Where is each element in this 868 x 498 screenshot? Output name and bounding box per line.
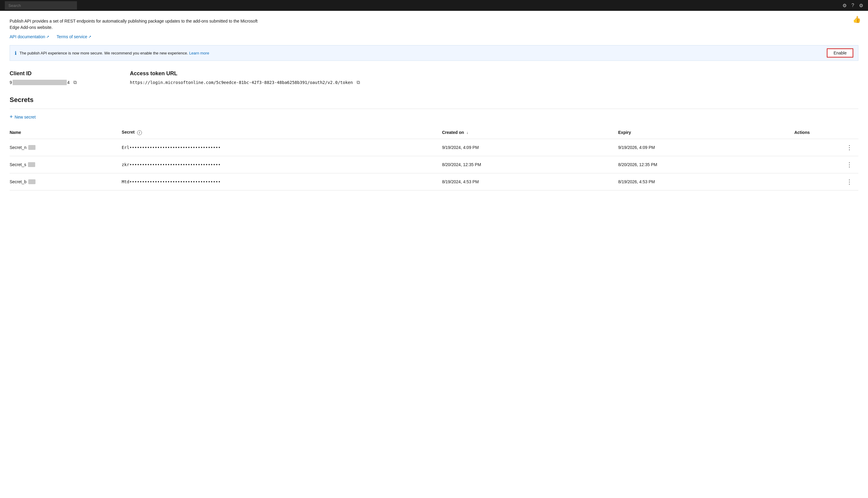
- table-header-row: Name Secret i Created on ↓ Expiry Action…: [10, 127, 858, 139]
- settings-icon[interactable]: ⚙: [842, 3, 847, 9]
- cell-actions-1: ⋮: [794, 156, 858, 173]
- client-id-suffix: 4: [67, 80, 70, 85]
- actions-menu-button-0[interactable]: ⋮: [844, 143, 855, 152]
- info-banner: ℹ The publish API experience is now more…: [10, 45, 858, 61]
- access-token-url: https://login.microsoftonline.com/5c9eed…: [130, 80, 353, 85]
- client-id-value-row: 9 4 ⧉: [10, 80, 130, 85]
- access-token-label: Access token URL: [130, 70, 858, 77]
- client-id-mask: [13, 80, 67, 85]
- plus-icon: +: [10, 114, 13, 120]
- learn-more-link[interactable]: Learn more: [189, 51, 209, 55]
- top-bar-icons: ⚙ ? ⚙: [842, 3, 863, 9]
- client-id-value: 9 4: [10, 80, 70, 85]
- secrets-title: Secrets: [10, 96, 858, 104]
- col-header-actions: Actions: [794, 127, 858, 139]
- fields-row: Client ID 9 4 ⧉ Access token URL https:/…: [10, 70, 858, 85]
- thumbs-up-icon[interactable]: 👍: [853, 16, 861, 24]
- cell-actions-2: ⋮: [794, 173, 858, 190]
- client-id-label: Client ID: [10, 70, 130, 77]
- cell-secret-2: Mtd••••••••••••••••••••••••••••••••••••: [122, 173, 442, 190]
- col-header-name: Name: [10, 127, 122, 139]
- user-settings-icon[interactable]: ⚙: [859, 3, 863, 9]
- cell-secret-0: Erl••••••••••••••••••••••••••••••••••••: [122, 139, 442, 156]
- cell-expiry-2: 8/19/2026, 4:53 PM: [618, 173, 794, 190]
- table-row: Secret_s zkr••••••••••••••••••••••••••••…: [10, 156, 858, 173]
- api-doc-external-icon: ➚: [46, 35, 49, 39]
- col-header-created-on[interactable]: Created on ↓: [442, 127, 618, 139]
- terms-external-icon: ➚: [89, 35, 91, 39]
- new-secret-button[interactable]: + New secret: [10, 114, 36, 120]
- cell-name-2: Secret_b: [10, 173, 122, 190]
- cell-secret-1: zkr••••••••••••••••••••••••••••••••••••: [122, 156, 442, 173]
- cell-name-1: Secret_s: [10, 156, 122, 173]
- name-badge-0: [28, 145, 36, 150]
- access-token-value-row: https://login.microsoftonline.com/5c9eed…: [130, 80, 858, 85]
- name-badge-2: [28, 179, 36, 184]
- api-documentation-link[interactable]: API documentation ➚: [10, 34, 49, 39]
- search-input[interactable]: [5, 1, 77, 10]
- main-content: Publish API provides a set of REST endpo…: [0, 11, 868, 198]
- secret-info-icon: i: [137, 130, 142, 135]
- cell-actions-0: ⋮: [794, 139, 858, 156]
- terms-of-service-link[interactable]: Terms of service ➚: [56, 34, 91, 39]
- cell-expiry-0: 9/19/2026, 4:09 PM: [618, 139, 794, 156]
- top-bar: ⚙ ? ⚙: [0, 0, 868, 11]
- cell-created-0: 9/19/2024, 4:09 PM: [442, 139, 618, 156]
- info-icon: ℹ: [15, 50, 16, 56]
- terms-of-service-label: Terms of service: [56, 34, 87, 39]
- banner-text: The publish API experience is now more s…: [19, 51, 824, 55]
- client-id-prefix: 9: [10, 80, 12, 85]
- cell-created-1: 8/20/2024, 12:35 PM: [442, 156, 618, 173]
- table-row: Secret_b Mtd••••••••••••••••••••••••••••…: [10, 173, 858, 190]
- actions-menu-button-1[interactable]: ⋮: [844, 160, 855, 169]
- access-token-group: Access token URL https://login.microsoft…: [130, 70, 858, 85]
- help-icon[interactable]: ?: [852, 3, 854, 8]
- actions-menu-button-2[interactable]: ⋮: [844, 178, 855, 186]
- table-row: Secret_n Erl••••••••••••••••••••••••••••…: [10, 139, 858, 156]
- enable-button[interactable]: Enable: [827, 49, 853, 57]
- description-text: Publish API provides a set of REST endpo…: [10, 18, 268, 31]
- new-secret-label: New secret: [15, 115, 36, 119]
- api-documentation-label: API documentation: [10, 34, 45, 39]
- links-row: API documentation ➚ Terms of service ➚: [10, 34, 858, 39]
- secrets-table: Name Secret i Created on ↓ Expiry Action…: [10, 127, 858, 191]
- name-badge-1: [28, 162, 35, 167]
- cell-name-0: Secret_n: [10, 139, 122, 156]
- client-id-copy-icon[interactable]: ⧉: [73, 80, 77, 85]
- cell-created-2: 8/19/2024, 4:53 PM: [442, 173, 618, 190]
- col-header-expiry: Expiry: [618, 127, 794, 139]
- client-id-group: Client ID 9 4 ⧉: [10, 70, 130, 85]
- sort-arrow-icon: ↓: [466, 131, 468, 135]
- access-token-copy-icon[interactable]: ⧉: [356, 80, 360, 85]
- col-header-secret: Secret i: [122, 127, 442, 139]
- secrets-section: Secrets + New secret Name Secret i Creat…: [10, 96, 858, 191]
- cell-expiry-1: 8/20/2026, 12:35 PM: [618, 156, 794, 173]
